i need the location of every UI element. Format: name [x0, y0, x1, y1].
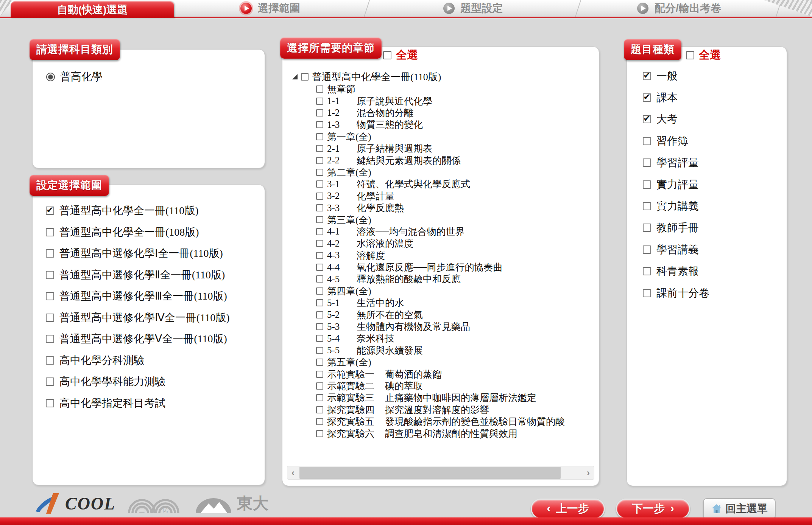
list-item[interactable]: 學習講義 [643, 239, 709, 260]
checkbox[interactable] [46, 314, 54, 322]
checkbox[interactable] [301, 73, 309, 81]
tree-row[interactable]: 4-1 溶液──均勻混合物的世界 [316, 226, 565, 238]
checkbox[interactable] [643, 267, 651, 275]
tree-row[interactable]: 1-1 原子說與近代化學 [316, 95, 565, 107]
checkbox[interactable] [316, 371, 323, 378]
radio-button[interactable] [46, 73, 55, 81]
list-item[interactable]: 習作簿 [643, 130, 709, 152]
checkbox[interactable] [316, 193, 323, 200]
list-item[interactable]: 普通型高中選修化學Ⅴ全一冊(110版) [46, 328, 229, 350]
checkbox[interactable] [643, 180, 651, 189]
checkbox[interactable] [46, 335, 54, 343]
checkbox[interactable] [643, 72, 651, 80]
tree-row[interactable]: 3-2 化學計量 [316, 190, 565, 202]
list-item[interactable]: 高中化學學科能力測驗 [46, 371, 229, 393]
checkbox[interactable] [643, 115, 651, 123]
tree-row[interactable]: 探究實驗四 探究溫度對溶解度的影響 [316, 404, 565, 416]
tree-row[interactable]: 第五章(全) [316, 356, 565, 368]
checkbox[interactable] [316, 299, 323, 306]
checkbox[interactable] [316, 382, 323, 390]
checkbox[interactable] [316, 85, 323, 93]
checkbox[interactable] [316, 109, 323, 116]
checkbox[interactable] [316, 157, 323, 164]
checkbox[interactable] [316, 287, 323, 295]
checkbox[interactable] [316, 252, 323, 259]
tree-row[interactable]: 5-1 生活中的水 [316, 297, 565, 309]
list-item[interactable]: 普通型高中選修化學Ⅲ全一冊(110版) [46, 286, 229, 307]
checkbox[interactable] [316, 311, 323, 318]
tree-row[interactable]: 1-2 混合物的分離 [316, 107, 565, 119]
checkbox[interactable] [316, 323, 323, 330]
tree-row[interactable]: 3-3 化學反應熱 [316, 202, 565, 214]
checkbox[interactable] [316, 359, 323, 366]
scroll-left-arrow-icon[interactable]: ‹ [287, 466, 299, 479]
horizontal-scrollbar[interactable]: ‹ › [287, 466, 594, 480]
checkbox[interactable] [643, 202, 651, 210]
checkbox[interactable] [643, 93, 651, 102]
checkbox[interactable] [46, 399, 54, 407]
list-item[interactable]: 普通型高中選修化學Ⅰ全一冊(110版) [46, 243, 229, 264]
checkbox[interactable] [46, 207, 54, 215]
scroll-right-arrow-icon[interactable]: › [583, 466, 594, 479]
checkbox[interactable] [316, 98, 323, 105]
tree-row[interactable]: 探究實驗五 發現酸鹼指示劑的變色並檢驗日常物質的酸 [316, 416, 565, 427]
scrollbar-thumb[interactable] [299, 467, 561, 479]
back-to-main-menu-button[interactable]: 回主選單 [703, 498, 776, 519]
checkbox[interactable] [46, 249, 54, 258]
tab-question-type-settings[interactable]: 題型設定 [368, 0, 578, 17]
list-item[interactable]: 普通型高中選修化學Ⅳ全一冊(110版) [46, 307, 229, 329]
tree-row[interactable]: 4-5 釋放熱能的酸鹼中和反應 [316, 273, 565, 285]
chapter-select-all[interactable]: 全選 [383, 48, 418, 63]
list-item[interactable]: 教師手冊 [643, 217, 709, 239]
list-item[interactable]: 實力評量 [643, 174, 709, 195]
tree-row[interactable]: 示範實驗三 止痛藥物中咖啡因的薄層層析法鑑定 [316, 392, 565, 404]
tree-row[interactable]: 3-1 符號、化學式與化學反應式 [316, 178, 565, 190]
tree-row[interactable]: 無章節 [316, 83, 565, 95]
checkbox[interactable] [316, 216, 323, 223]
checkbox[interactable] [46, 377, 54, 386]
checkbox[interactable] [46, 356, 54, 365]
list-item[interactable]: 高中化學分科測驗 [46, 350, 229, 371]
tab-select-range[interactable]: 選擇範圍 [173, 0, 367, 17]
tree-row[interactable]: 5-3 生物體內有機物及常見藥品 [316, 321, 565, 332]
checkbox[interactable] [46, 292, 54, 300]
select-all-checkbox[interactable] [383, 51, 391, 59]
tree-row[interactable]: 第四章(全) [316, 285, 565, 297]
checkbox[interactable] [316, 169, 323, 176]
list-item[interactable]: 大考 [643, 109, 709, 130]
checkbox[interactable] [316, 228, 323, 235]
list-item[interactable]: 一般 [643, 65, 709, 87]
tree-expand-icon[interactable] [292, 74, 298, 79]
checkbox[interactable] [46, 228, 54, 236]
list-item[interactable]: 課前十分卷 [643, 282, 709, 304]
tree-row[interactable]: 5-4 奈米科技 [316, 332, 565, 344]
list-item[interactable]: 課本 [643, 87, 709, 108]
checkbox[interactable] [643, 224, 651, 232]
tree-row[interactable]: 5-5 能源與永續發展 [316, 345, 565, 356]
checkbox[interactable] [316, 180, 323, 188]
checkbox[interactable] [316, 240, 323, 247]
checkbox[interactable] [316, 335, 323, 342]
next-step-button[interactable]: 下一步 › [616, 499, 690, 519]
select-all-checkbox[interactable] [686, 51, 694, 59]
list-item[interactable]: 高中化學指定科目考試 [46, 393, 229, 414]
tree-row[interactable]: 第二章(全) [316, 166, 565, 178]
checkbox[interactable] [316, 204, 323, 211]
checkbox[interactable] [316, 145, 323, 152]
checkbox[interactable] [316, 394, 323, 401]
tree-row[interactable]: 4-4 氧化還原反應──同步進行的協奏曲 [316, 261, 565, 273]
list-item[interactable]: 實力講義 [643, 195, 709, 217]
tree-row[interactable]: 示範實驗二 碘的萃取 [316, 380, 565, 392]
tree-row[interactable]: 探究實驗六 調查肥皂和清潔劑的性質與效用 [316, 427, 565, 439]
tab-scoring-output[interactable]: 配分/輸出考卷 [579, 0, 779, 17]
checkbox[interactable] [316, 406, 323, 413]
tree-row[interactable]: 2-1 原子結構與週期表 [316, 143, 565, 154]
tree-root-row[interactable]: 普通型高中化學全一冊(110版) [292, 70, 565, 83]
list-item[interactable]: 學習評量 [643, 152, 709, 174]
tree-row[interactable]: 第三章(全) [316, 214, 565, 225]
tree-row[interactable]: 示範實驗一 葡萄酒的蒸餾 [316, 368, 565, 380]
checkbox[interactable] [316, 430, 323, 437]
qtype-select-all[interactable]: 全選 [686, 48, 721, 63]
checkbox[interactable] [316, 275, 323, 283]
tree-row[interactable]: 4-2 水溶液的濃度 [316, 238, 565, 249]
